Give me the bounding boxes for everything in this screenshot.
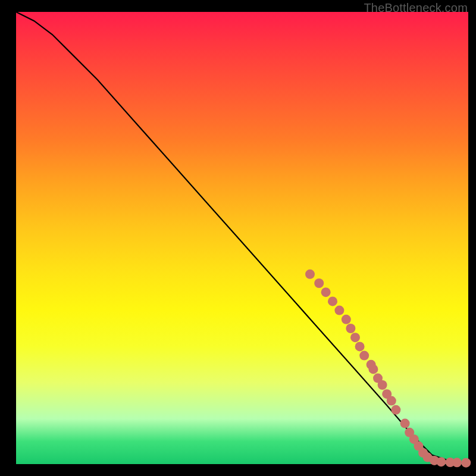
data-point-marker [461,458,471,468]
data-point-marker [378,380,387,390]
data-point-marker [436,457,446,466]
data-point-marker [346,324,355,333]
data-point-marker [342,315,351,324]
data-point-marker [368,364,378,374]
data-point-marker [321,287,331,297]
data-point-marker [400,419,410,428]
data-point-marker [359,351,369,361]
data-point-marker [314,278,324,288]
chart-svg [16,12,468,464]
data-point-marker [391,405,400,415]
data-point-marker [452,458,462,467]
data-point-marker [355,342,365,351]
data-point-marker [328,296,337,306]
data-point-marker [387,396,396,406]
chart-frame [16,12,468,464]
watermark-text: TheBottleneck.com [364,1,468,15]
data-point-marker [350,333,360,342]
curve-markers [305,270,471,468]
data-point-marker [305,270,315,279]
data-point-marker [334,306,344,315]
curve-line [16,12,468,464]
